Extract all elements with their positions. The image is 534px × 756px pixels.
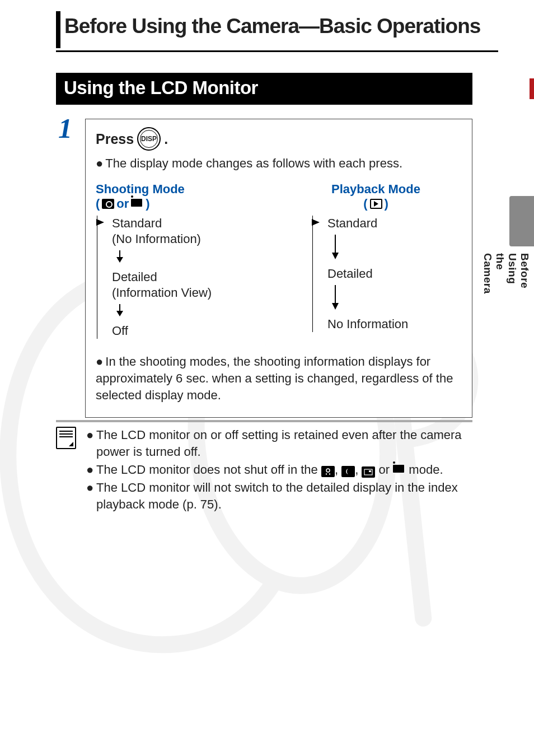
playback-mode-title: Playback Mode (290, 182, 462, 197)
svg-marker-4 (116, 257, 123, 263)
shooting-mode-sub: ( or ) (96, 197, 268, 211)
svg-point-12 (326, 469, 330, 472)
bullet-dot: ● (96, 354, 103, 368)
svg-marker-6 (116, 311, 123, 316)
postcard-mode-icon (362, 466, 375, 478)
tip-2: ● The LCD monitor does not shut off in t… (86, 461, 472, 478)
shooting-mode-title: Shooting Mode (96, 182, 268, 197)
bullet-display-mode: ● The display mode changes as follows wi… (96, 156, 462, 171)
tip-3-text: The LCD monitor will not switch to the d… (96, 479, 472, 513)
svg-marker-9 (332, 253, 339, 259)
title-rule (56, 50, 498, 52)
arrow-down-icon (115, 250, 124, 264)
easy-mode-icon (341, 466, 355, 477)
camera-icon (102, 199, 114, 209)
note-icon (56, 427, 81, 449)
arrow-right-icon (312, 218, 323, 227)
shooting-item-off: Off (112, 323, 268, 339)
press-label: Press (96, 131, 134, 147)
bullet-dot: ● (96, 156, 103, 171)
night-mode-icon (321, 466, 335, 477)
bullet2-text: In the shooting modes, the shooting info… (96, 354, 453, 402)
arrow-down-icon (115, 304, 124, 318)
title-accent-bar (56, 11, 60, 48)
svg-rect-14 (369, 470, 371, 472)
page-title: Before Using the Camera—Basic Operations (64, 15, 480, 38)
bullet-shooting-info: ●In the shooting modes, the shooting inf… (96, 353, 462, 404)
tip-1: ● The LCD monitor on or off setting is r… (86, 427, 472, 460)
arrow-down-icon (331, 285, 340, 311)
section-heading: Using the LCD Monitor (56, 73, 472, 105)
press-line: Press DISP . (96, 127, 462, 151)
step-number: 1 (58, 112, 72, 144)
shooting-item-standard: Standard (112, 216, 268, 231)
svg-marker-11 (332, 303, 339, 310)
tips-box: ● The LCD monitor on or off setting is r… (56, 420, 472, 514)
playback-mode-column: Playback Mode ( ) Standard (290, 182, 462, 339)
bullet1-text: The display mode changes as follows with… (105, 156, 402, 171)
arrow-down-icon (331, 235, 340, 260)
video-icon (393, 465, 405, 475)
tip-2-text-b: mode. (409, 463, 443, 477)
tip-2-text-a: The LCD monitor does not shut off in the (96, 463, 321, 477)
svg-marker-7 (312, 219, 320, 226)
shooting-item-detailed: Detailed (112, 269, 268, 285)
shooting-item-detailed-sub: (Information View) (112, 285, 268, 301)
playback-item-standard: Standard (327, 216, 462, 231)
section-edge-accent (530, 78, 534, 99)
tips-rule (56, 420, 472, 422)
video-icon (131, 199, 143, 209)
disp-button-icon: DISP (137, 127, 161, 151)
playback-item-noinfo: No Information (327, 316, 462, 332)
tip-1-text: The LCD monitor on or off setting is ret… (96, 427, 472, 460)
tip-3: ● The LCD monitor will not switch to the… (86, 479, 472, 513)
arrow-right-icon (96, 218, 107, 227)
press-period: . (164, 131, 168, 147)
step-card: Press DISP . ● The display mode changes … (85, 119, 472, 418)
side-tab (509, 196, 534, 246)
shooting-mode-column: Shooting Mode ( or ) Standard (96, 182, 268, 339)
svg-marker-1 (96, 219, 104, 226)
playback-item-detailed: Detailed (327, 266, 462, 282)
side-label: Before Using the Camera (481, 253, 531, 294)
shooting-item-standard-sub: (No Information) (112, 231, 268, 247)
play-icon (370, 199, 382, 209)
playback-mode-sub: ( ) (290, 197, 462, 211)
